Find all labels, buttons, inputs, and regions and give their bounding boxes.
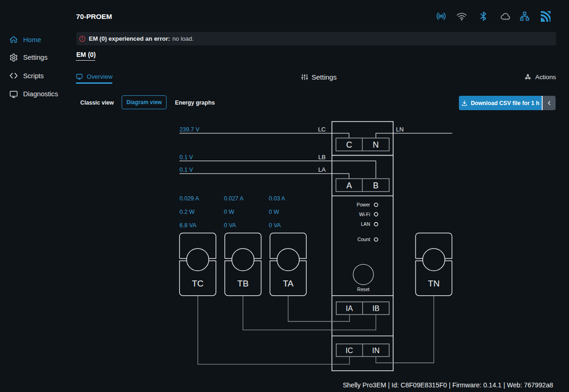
svg-text:LB: LB xyxy=(318,154,326,161)
svg-text:TC: TC xyxy=(192,279,204,288)
svg-text:Count: Count xyxy=(358,237,370,242)
svg-text:IC: IC xyxy=(346,347,353,355)
svg-text:0 VA: 0 VA xyxy=(224,222,236,229)
svg-text:6.8 VA: 6.8 VA xyxy=(179,222,197,229)
svg-text:IN: IN xyxy=(372,347,380,355)
svg-text:LAN: LAN xyxy=(361,222,370,227)
svg-text:A: A xyxy=(346,181,352,190)
svg-text:0.03 A: 0.03 A xyxy=(269,195,285,202)
svg-text:Wi-Fi: Wi-Fi xyxy=(359,212,370,217)
svg-text:IA: IA xyxy=(346,305,353,312)
svg-text:0.1 V: 0.1 V xyxy=(179,167,193,173)
svg-text:0 VA: 0 VA xyxy=(269,222,281,229)
svg-text:TN: TN xyxy=(428,279,439,288)
svg-text:Power: Power xyxy=(357,202,370,207)
svg-text:C: C xyxy=(346,140,352,149)
svg-text:LA: LA xyxy=(318,166,326,173)
svg-text:0.1 V: 0.1 V xyxy=(179,154,193,161)
svg-text:0 W: 0 W xyxy=(269,209,279,215)
svg-text:0 W: 0 W xyxy=(224,209,234,215)
svg-text:N: N xyxy=(373,140,379,149)
svg-text:TB: TB xyxy=(237,279,248,288)
svg-text:Reset: Reset xyxy=(357,287,370,292)
svg-text:IB: IB xyxy=(372,305,379,312)
svg-text:0.029 A: 0.029 A xyxy=(179,195,199,202)
svg-text:LC: LC xyxy=(318,126,326,133)
svg-text:0.2 W: 0.2 W xyxy=(179,209,195,215)
svg-text:LN: LN xyxy=(396,126,404,133)
svg-text:B: B xyxy=(373,181,378,190)
svg-text:239.7 V: 239.7 V xyxy=(179,126,200,133)
svg-text:TA: TA xyxy=(283,279,293,288)
svg-text:0.027 A: 0.027 A xyxy=(224,195,244,202)
